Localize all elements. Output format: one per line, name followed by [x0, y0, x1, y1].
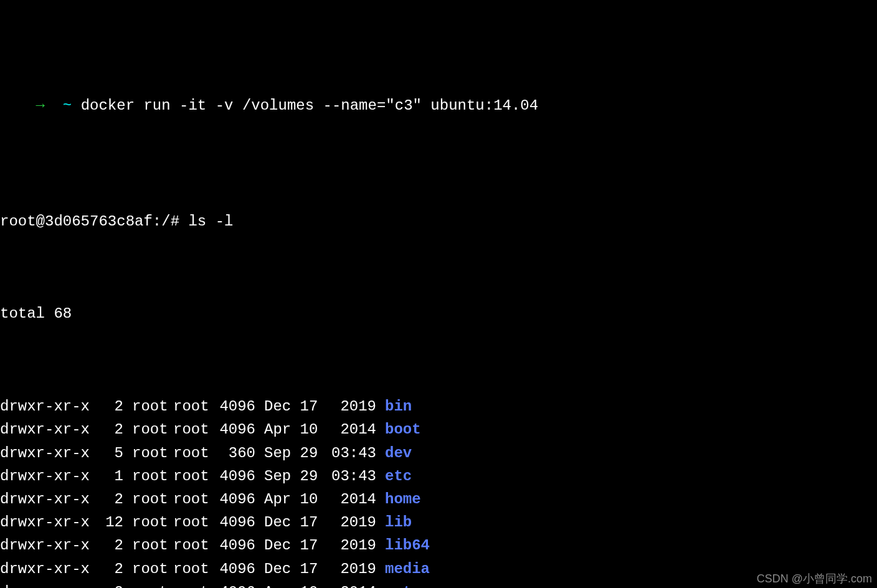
ls-row: drwxr-xr-x5 rootroot360 Sep 2903:43 dev — [0, 442, 877, 465]
size: 360 — [214, 442, 255, 465]
command-line-1: → ~ docker run -it -v /volumes --name="c… — [0, 71, 877, 141]
size: 4096 — [214, 534, 255, 557]
date: Sep 29 — [264, 442, 326, 465]
time: 2014 — [326, 581, 376, 588]
group: root — [173, 511, 214, 534]
time: 03:43 — [326, 442, 376, 465]
time: 2019 — [326, 534, 376, 557]
perms: drwxr-xr-x — [0, 488, 93, 511]
owner: root — [132, 511, 173, 534]
prompt-cwd: ~ — [63, 97, 72, 114]
ls-total: total 68 — [0, 302, 877, 325]
ls-row: drwxr-xr-x1 rootroot4096 Sep 2903:43 etc — [0, 465, 877, 488]
command-line-2: root@3d065763c8af:/# ls -l — [0, 210, 877, 233]
group: root — [173, 581, 214, 588]
group: root — [173, 395, 214, 418]
ls-row: drwxr-xr-x2 rootroot4096 Dec 172019 lib6… — [0, 534, 877, 557]
owner: root — [132, 488, 173, 511]
owner: root — [132, 465, 173, 488]
date: Dec 17 — [264, 534, 326, 557]
time: 2019 — [326, 557, 376, 581]
file-name: mnt — [385, 584, 412, 588]
date: Dec 17 — [264, 395, 326, 418]
link-count: 5 — [93, 442, 123, 465]
owner: root — [132, 395, 173, 418]
size: 4096 — [214, 395, 255, 418]
file-name: lib64 — [385, 537, 430, 554]
time: 2019 — [326, 511, 376, 534]
terminal-output[interactable]: → ~ docker run -it -v /volumes --name="c… — [0, 0, 877, 588]
perms: drwxr-xr-x — [0, 534, 93, 557]
date: Apr 10 — [264, 488, 326, 511]
watermark-text: CSDN @小曾同学.com — [757, 573, 872, 584]
link-count: 2 — [93, 395, 123, 418]
perms: drwxr-xr-x — [0, 465, 93, 488]
owner: root — [132, 442, 173, 465]
perms: drwxr-xr-x — [0, 581, 93, 588]
ls-row: drwxr-xr-x2 rootroot4096 Apr 102014 home — [0, 488, 877, 511]
date: Sep 29 — [264, 465, 326, 488]
owner: root — [132, 557, 173, 581]
file-name: lib — [385, 514, 412, 531]
file-name: etc — [385, 468, 412, 485]
group: root — [173, 465, 214, 488]
ls-row: drwxr-xr-x2 rootroot4096 Dec 172019 medi… — [0, 557, 877, 581]
size: 4096 — [214, 488, 255, 511]
link-count: 12 — [93, 511, 123, 534]
file-name: bin — [385, 398, 412, 415]
size: 4096 — [214, 418, 255, 441]
command-text: docker run -it -v /volumes --name="c3" u… — [81, 97, 539, 114]
owner: root — [132, 534, 173, 557]
date: Apr 10 — [264, 581, 326, 588]
group: root — [173, 534, 214, 557]
ls-row: drwxr-xr-x12 rootroot4096 Dec 172019 lib — [0, 511, 877, 534]
file-name: home — [385, 491, 421, 508]
size: 4096 — [214, 465, 255, 488]
time: 2014 — [326, 488, 376, 511]
link-count: 1 — [93, 465, 123, 488]
ls-listing: drwxr-xr-x2 rootroot4096 Dec 172019 bind… — [0, 395, 877, 588]
date: Apr 10 — [264, 418, 326, 441]
date: Dec 17 — [264, 557, 326, 581]
perms: drwxr-xr-x — [0, 418, 93, 441]
prompt-arrow-icon: → — [36, 97, 45, 114]
file-name: boot — [385, 421, 421, 438]
ls-row: drwxr-xr-x2 rootroot4096 Dec 172019 bin — [0, 395, 877, 418]
group: root — [173, 557, 214, 581]
link-count: 2 — [93, 488, 123, 511]
file-name: media — [385, 561, 430, 577]
size: 4096 — [214, 557, 255, 581]
perms: drwxr-xr-x — [0, 395, 93, 418]
link-count: 2 — [93, 534, 123, 557]
link-count: 2 — [93, 557, 123, 581]
group: root — [173, 442, 214, 465]
group: root — [173, 488, 214, 511]
ls-row: drwxr-xr-x2 rootroot4096 Apr 102014 mnt — [0, 581, 877, 588]
file-name: dev — [385, 445, 412, 462]
ls-row: drwxr-xr-x2 rootroot4096 Apr 102014 boot — [0, 418, 877, 441]
owner: root — [132, 418, 173, 441]
owner: root — [132, 581, 173, 588]
size: 4096 — [214, 581, 255, 588]
shell-prompt: root@3d065763c8af:/# — [0, 213, 179, 230]
date: Dec 17 — [264, 511, 326, 534]
time: 2014 — [326, 418, 376, 441]
size: 4096 — [214, 511, 255, 534]
link-count: 2 — [93, 418, 123, 441]
time: 03:43 — [326, 465, 376, 488]
command-text: ls -l — [188, 213, 233, 230]
group: root — [173, 418, 214, 441]
perms: drwxr-xr-x — [0, 511, 93, 534]
link-count: 2 — [93, 581, 123, 588]
perms: drwxr-xr-x — [0, 442, 93, 465]
perms: drwxr-xr-x — [0, 557, 93, 581]
time: 2019 — [326, 395, 376, 418]
